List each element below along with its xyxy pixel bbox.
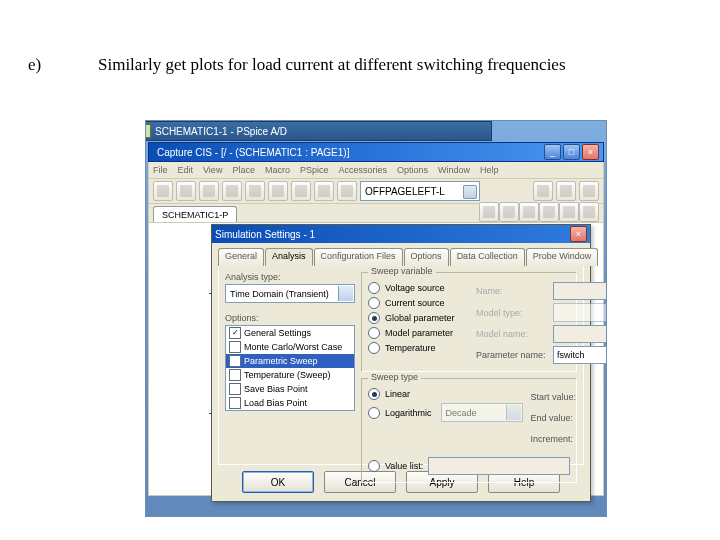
- checkbox-icon: [229, 369, 241, 381]
- tab-analysis[interactable]: Analysis: [265, 248, 313, 266]
- tab-options[interactable]: Options: [404, 248, 449, 266]
- opt-label: Monte Carlo/Worst Case: [244, 342, 342, 352]
- radio-linear[interactable]: Linear: [368, 388, 523, 400]
- opt-general-settings[interactable]: ✓General Settings: [226, 326, 354, 340]
- sweep-variable-legend: Sweep variable: [368, 266, 436, 276]
- dialog-title-text: Simulation Settings - 1: [215, 229, 315, 240]
- part-select-value: OFFPAGELEFT-L: [365, 186, 445, 197]
- radio-current-source[interactable]: Current source: [368, 297, 468, 309]
- minimize-button[interactable]: _: [544, 144, 561, 160]
- tool-paste-icon[interactable]: [291, 181, 311, 201]
- tool-save-icon[interactable]: [199, 181, 219, 201]
- tool-marker-i-icon[interactable]: [539, 202, 559, 222]
- tool-marker-w-icon[interactable]: [559, 202, 579, 222]
- radio-label: Linear: [385, 389, 410, 399]
- value-list-input: [428, 457, 570, 475]
- end-value-label: End value:: [531, 413, 603, 423]
- tool-zoom-out-icon[interactable]: [556, 181, 576, 201]
- radio-value-list[interactable]: Value list:: [368, 457, 570, 475]
- menu-pspice[interactable]: PSpice: [300, 165, 329, 175]
- menu-bar: File Edit View Place Macro PSpice Access…: [148, 162, 604, 179]
- menu-macro[interactable]: Macro: [265, 165, 290, 175]
- radio-voltage-source[interactable]: Voltage source: [368, 282, 468, 294]
- tool-run-icon[interactable]: [579, 202, 599, 222]
- dialog-tabs: General Analysis Configuration Files Opt…: [218, 247, 584, 266]
- tool-marker-v-icon[interactable]: [519, 202, 539, 222]
- parameter-name-label: Parameter name:: [476, 350, 548, 360]
- radio-icon: [368, 282, 380, 294]
- opt-label: Save Bias Point: [244, 384, 308, 394]
- heading-text: Similarly get plots for load current at …: [98, 55, 566, 75]
- tool-open-icon[interactable]: [176, 181, 196, 201]
- analysis-type-label: Analysis type:: [225, 272, 355, 282]
- opt-label: Temperature (Sweep): [244, 370, 331, 380]
- tool-cut-icon[interactable]: [245, 181, 265, 201]
- tool-copy-icon[interactable]: [268, 181, 288, 201]
- model-name-input: [553, 325, 607, 343]
- close-button[interactable]: ×: [582, 144, 599, 160]
- opt-save-bias[interactable]: Save Bias Point: [226, 382, 354, 396]
- radio-icon: [368, 297, 380, 309]
- checkbox-icon: [229, 383, 241, 395]
- tab-general[interactable]: General: [218, 248, 264, 266]
- menu-window[interactable]: Window: [438, 165, 470, 175]
- analysis-options-label: Options:: [225, 313, 355, 323]
- radio-model-parameter[interactable]: Model parameter: [368, 327, 468, 339]
- tool-grid-icon[interactable]: [479, 202, 499, 222]
- pspice-app-icon: [145, 124, 151, 138]
- radio-label: Logarithmic: [385, 408, 432, 418]
- opt-parametric-sweep[interactable]: ✓Parametric Sweep: [226, 354, 354, 368]
- tab-data-collection[interactable]: Data Collection: [450, 248, 525, 266]
- menu-place[interactable]: Place: [232, 165, 255, 175]
- opt-label: Load Bias Point: [244, 398, 307, 408]
- opt-load-bias[interactable]: Load Bias Point: [226, 396, 354, 410]
- tool-undo-icon[interactable]: [314, 181, 334, 201]
- radio-icon: [368, 342, 380, 354]
- pspice-window: SCHEMATIC1-1 - PSpice A/D: [145, 121, 492, 141]
- tab-schematic1-label: SCHEMATIC1-P: [162, 210, 228, 220]
- maximize-button[interactable]: □: [563, 144, 580, 160]
- sweep-variable-group: Sweep variable Voltage source Current so…: [361, 272, 577, 372]
- part-select[interactable]: OFFPAGELEFT-L: [360, 181, 480, 201]
- menu-options[interactable]: Options: [397, 165, 428, 175]
- radio-logarithmic[interactable]: LogarithmicDecade: [368, 403, 523, 422]
- radio-label: Value list:: [385, 461, 423, 471]
- sweep-type-group: Sweep type Linear LogarithmicDecade Star…: [361, 378, 577, 483]
- capture-titlebar[interactable]: Capture CIS - [/ - (SCHEMATIC1 : PAGE1)]…: [148, 142, 604, 162]
- tool-redo-icon[interactable]: [337, 181, 357, 201]
- menu-edit[interactable]: Edit: [178, 165, 194, 175]
- model-name-label: Model name:: [476, 329, 548, 339]
- radio-icon: [368, 460, 380, 472]
- opt-monte-carlo[interactable]: Monte Carlo/Worst Case: [226, 340, 354, 354]
- dialog-titlebar[interactable]: Simulation Settings - 1 ×: [212, 225, 590, 243]
- tab-probe-window[interactable]: Probe Window: [526, 248, 599, 266]
- radio-global-parameter[interactable]: Global parameter: [368, 312, 468, 324]
- dialog-close-button[interactable]: ×: [570, 226, 587, 242]
- start-value-label: Start value:: [531, 392, 603, 402]
- radio-temperature[interactable]: Temperature: [368, 342, 468, 354]
- sweep-type-legend: Sweep type: [368, 372, 421, 382]
- radio-icon: [368, 388, 380, 400]
- tabpage-analysis: Analysis type: Time Domain (Transient) O…: [218, 266, 584, 465]
- tab-config-files[interactable]: Configuration Files: [314, 248, 403, 266]
- radio-label: Temperature: [385, 343, 436, 353]
- menu-view[interactable]: View: [203, 165, 222, 175]
- menu-file[interactable]: File: [153, 165, 168, 175]
- menu-accessories[interactable]: Accessories: [338, 165, 387, 175]
- menu-help[interactable]: Help: [480, 165, 499, 175]
- tool-new-icon[interactable]: [153, 181, 173, 201]
- opt-temperature-sweep[interactable]: Temperature (Sweep): [226, 368, 354, 382]
- name-label: Name:: [476, 286, 548, 296]
- radio-label: Model parameter: [385, 328, 453, 338]
- tool-print-icon[interactable]: [222, 181, 242, 201]
- analysis-options-list[interactable]: ✓General Settings Monte Carlo/Worst Case…: [225, 325, 355, 411]
- analysis-type-value: Time Domain (Transient): [230, 289, 329, 299]
- analysis-type-combo[interactable]: Time Domain (Transient): [225, 284, 355, 303]
- tool-zoom-fit-icon[interactable]: [579, 181, 599, 201]
- increment-label: Increment:: [531, 434, 603, 444]
- ok-button[interactable]: OK: [242, 471, 314, 493]
- parameter-name-input[interactable]: fswitch: [553, 346, 607, 364]
- tool-zoom-in-icon[interactable]: [533, 181, 553, 201]
- tab-schematic1[interactable]: SCHEMATIC1-P: [153, 206, 237, 222]
- tool-snap-icon[interactable]: [499, 202, 519, 222]
